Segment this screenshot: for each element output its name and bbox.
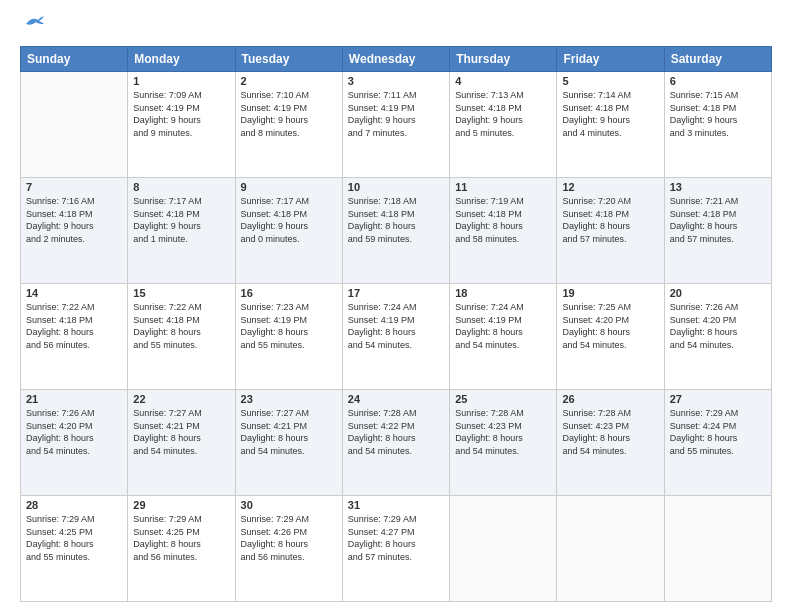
cell-info: Sunrise: 7:15 AM Sunset: 4:18 PM Dayligh… [670, 89, 766, 139]
calendar-header-tuesday: Tuesday [235, 47, 342, 72]
cell-info: Sunrise: 7:21 AM Sunset: 4:18 PM Dayligh… [670, 195, 766, 245]
calendar-cell: 13Sunrise: 7:21 AM Sunset: 4:18 PM Dayli… [664, 178, 771, 284]
calendar-cell [557, 496, 664, 602]
day-number: 27 [670, 393, 766, 405]
calendar-cell: 18Sunrise: 7:24 AM Sunset: 4:19 PM Dayli… [450, 284, 557, 390]
day-number: 5 [562, 75, 658, 87]
cell-info: Sunrise: 7:26 AM Sunset: 4:20 PM Dayligh… [670, 301, 766, 351]
cell-info: Sunrise: 7:13 AM Sunset: 4:18 PM Dayligh… [455, 89, 551, 139]
day-number: 8 [133, 181, 229, 193]
day-number: 14 [26, 287, 122, 299]
cell-info: Sunrise: 7:18 AM Sunset: 4:18 PM Dayligh… [348, 195, 444, 245]
day-number: 15 [133, 287, 229, 299]
calendar-cell [450, 496, 557, 602]
calendar-cell: 10Sunrise: 7:18 AM Sunset: 4:18 PM Dayli… [342, 178, 449, 284]
calendar-cell: 20Sunrise: 7:26 AM Sunset: 4:20 PM Dayli… [664, 284, 771, 390]
calendar-cell: 8Sunrise: 7:17 AM Sunset: 4:18 PM Daylig… [128, 178, 235, 284]
calendar-header-thursday: Thursday [450, 47, 557, 72]
calendar-cell: 26Sunrise: 7:28 AM Sunset: 4:23 PM Dayli… [557, 390, 664, 496]
cell-info: Sunrise: 7:09 AM Sunset: 4:19 PM Dayligh… [133, 89, 229, 139]
calendar-table: SundayMondayTuesdayWednesdayThursdayFrid… [20, 46, 772, 602]
calendar-week-row: 28Sunrise: 7:29 AM Sunset: 4:25 PM Dayli… [21, 496, 772, 602]
calendar-cell: 29Sunrise: 7:29 AM Sunset: 4:25 PM Dayli… [128, 496, 235, 602]
calendar-week-row: 7Sunrise: 7:16 AM Sunset: 4:18 PM Daylig… [21, 178, 772, 284]
day-number: 12 [562, 181, 658, 193]
calendar-cell: 2Sunrise: 7:10 AM Sunset: 4:19 PM Daylig… [235, 72, 342, 178]
calendar-cell: 16Sunrise: 7:23 AM Sunset: 4:19 PM Dayli… [235, 284, 342, 390]
cell-info: Sunrise: 7:23 AM Sunset: 4:19 PM Dayligh… [241, 301, 337, 351]
cell-info: Sunrise: 7:16 AM Sunset: 4:18 PM Dayligh… [26, 195, 122, 245]
day-number: 30 [241, 499, 337, 511]
cell-info: Sunrise: 7:17 AM Sunset: 4:18 PM Dayligh… [241, 195, 337, 245]
calendar-cell: 17Sunrise: 7:24 AM Sunset: 4:19 PM Dayli… [342, 284, 449, 390]
calendar-cell: 19Sunrise: 7:25 AM Sunset: 4:20 PM Dayli… [557, 284, 664, 390]
day-number: 9 [241, 181, 337, 193]
calendar-cell: 31Sunrise: 7:29 AM Sunset: 4:27 PM Dayli… [342, 496, 449, 602]
cell-info: Sunrise: 7:27 AM Sunset: 4:21 PM Dayligh… [241, 407, 337, 457]
calendar-cell: 1Sunrise: 7:09 AM Sunset: 4:19 PM Daylig… [128, 72, 235, 178]
day-number: 22 [133, 393, 229, 405]
day-number: 21 [26, 393, 122, 405]
cell-info: Sunrise: 7:11 AM Sunset: 4:19 PM Dayligh… [348, 89, 444, 139]
cell-info: Sunrise: 7:29 AM Sunset: 4:25 PM Dayligh… [26, 513, 122, 563]
day-number: 29 [133, 499, 229, 511]
calendar-cell: 6Sunrise: 7:15 AM Sunset: 4:18 PM Daylig… [664, 72, 771, 178]
calendar-cell: 25Sunrise: 7:28 AM Sunset: 4:23 PM Dayli… [450, 390, 557, 496]
calendar-cell: 3Sunrise: 7:11 AM Sunset: 4:19 PM Daylig… [342, 72, 449, 178]
day-number: 31 [348, 499, 444, 511]
cell-info: Sunrise: 7:24 AM Sunset: 4:19 PM Dayligh… [348, 301, 444, 351]
calendar-header-wednesday: Wednesday [342, 47, 449, 72]
cell-info: Sunrise: 7:20 AM Sunset: 4:18 PM Dayligh… [562, 195, 658, 245]
calendar-cell: 23Sunrise: 7:27 AM Sunset: 4:21 PM Dayli… [235, 390, 342, 496]
calendar-header-row: SundayMondayTuesdayWednesdayThursdayFrid… [21, 47, 772, 72]
cell-info: Sunrise: 7:22 AM Sunset: 4:18 PM Dayligh… [133, 301, 229, 351]
calendar-cell: 12Sunrise: 7:20 AM Sunset: 4:18 PM Dayli… [557, 178, 664, 284]
cell-info: Sunrise: 7:29 AM Sunset: 4:26 PM Dayligh… [241, 513, 337, 563]
day-number: 17 [348, 287, 444, 299]
calendar-cell: 4Sunrise: 7:13 AM Sunset: 4:18 PM Daylig… [450, 72, 557, 178]
calendar-cell: 11Sunrise: 7:19 AM Sunset: 4:18 PM Dayli… [450, 178, 557, 284]
day-number: 6 [670, 75, 766, 87]
calendar-header-sunday: Sunday [21, 47, 128, 72]
day-number: 25 [455, 393, 551, 405]
cell-info: Sunrise: 7:28 AM Sunset: 4:23 PM Dayligh… [562, 407, 658, 457]
day-number: 7 [26, 181, 122, 193]
calendar-cell: 21Sunrise: 7:26 AM Sunset: 4:20 PM Dayli… [21, 390, 128, 496]
cell-info: Sunrise: 7:28 AM Sunset: 4:23 PM Dayligh… [455, 407, 551, 457]
cell-info: Sunrise: 7:27 AM Sunset: 4:21 PM Dayligh… [133, 407, 229, 457]
cell-info: Sunrise: 7:17 AM Sunset: 4:18 PM Dayligh… [133, 195, 229, 245]
calendar-cell [21, 72, 128, 178]
calendar-cell [664, 496, 771, 602]
cell-info: Sunrise: 7:26 AM Sunset: 4:20 PM Dayligh… [26, 407, 122, 457]
day-number: 1 [133, 75, 229, 87]
calendar-cell: 22Sunrise: 7:27 AM Sunset: 4:21 PM Dayli… [128, 390, 235, 496]
calendar-week-row: 1Sunrise: 7:09 AM Sunset: 4:19 PM Daylig… [21, 72, 772, 178]
day-number: 16 [241, 287, 337, 299]
day-number: 3 [348, 75, 444, 87]
day-number: 23 [241, 393, 337, 405]
calendar-cell: 7Sunrise: 7:16 AM Sunset: 4:18 PM Daylig… [21, 178, 128, 284]
cell-info: Sunrise: 7:28 AM Sunset: 4:22 PM Dayligh… [348, 407, 444, 457]
calendar-cell: 5Sunrise: 7:14 AM Sunset: 4:18 PM Daylig… [557, 72, 664, 178]
cell-info: Sunrise: 7:29 AM Sunset: 4:24 PM Dayligh… [670, 407, 766, 457]
calendar-header-friday: Friday [557, 47, 664, 72]
calendar-cell: 27Sunrise: 7:29 AM Sunset: 4:24 PM Dayli… [664, 390, 771, 496]
cell-info: Sunrise: 7:19 AM Sunset: 4:18 PM Dayligh… [455, 195, 551, 245]
day-number: 19 [562, 287, 658, 299]
day-number: 26 [562, 393, 658, 405]
cell-info: Sunrise: 7:22 AM Sunset: 4:18 PM Dayligh… [26, 301, 122, 351]
day-number: 2 [241, 75, 337, 87]
page: SundayMondayTuesdayWednesdayThursdayFrid… [0, 0, 792, 612]
calendar-cell: 9Sunrise: 7:17 AM Sunset: 4:18 PM Daylig… [235, 178, 342, 284]
cell-info: Sunrise: 7:24 AM Sunset: 4:19 PM Dayligh… [455, 301, 551, 351]
logo-bird-icon [24, 14, 46, 32]
day-number: 10 [348, 181, 444, 193]
calendar-cell: 15Sunrise: 7:22 AM Sunset: 4:18 PM Dayli… [128, 284, 235, 390]
cell-info: Sunrise: 7:29 AM Sunset: 4:27 PM Dayligh… [348, 513, 444, 563]
header [20, 16, 772, 40]
cell-info: Sunrise: 7:14 AM Sunset: 4:18 PM Dayligh… [562, 89, 658, 139]
calendar-header-saturday: Saturday [664, 47, 771, 72]
calendar-cell: 24Sunrise: 7:28 AM Sunset: 4:22 PM Dayli… [342, 390, 449, 496]
calendar-week-row: 14Sunrise: 7:22 AM Sunset: 4:18 PM Dayli… [21, 284, 772, 390]
day-number: 28 [26, 499, 122, 511]
